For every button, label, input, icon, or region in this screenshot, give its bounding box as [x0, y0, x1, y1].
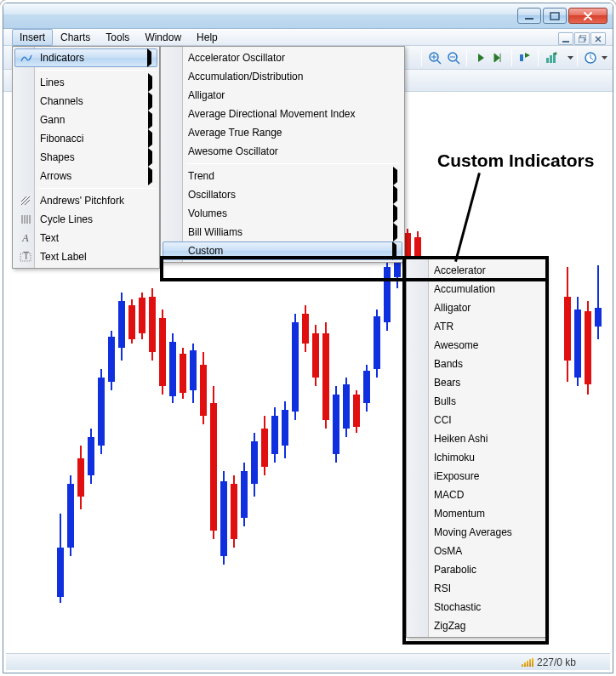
- menu-label: Cycle Lines: [40, 213, 93, 225]
- menu-item-arrows[interactable]: Arrows: [14, 167, 157, 185]
- mdi-restore-button[interactable]: [574, 32, 590, 45]
- menu-help[interactable]: Help: [189, 29, 225, 46]
- svg-rect-10: [550, 55, 552, 63]
- menu-item-alligator[interactable]: Alligator: [163, 86, 402, 105]
- menu-item-text[interactable]: A Text: [14, 229, 157, 247]
- menu-label: Channels: [40, 95, 83, 107]
- pitchfork-icon: [18, 193, 33, 208]
- menu-item-accumulation-distribution[interactable]: Accumulation/Distribution: [163, 67, 402, 86]
- dropdown-arrow-icon[interactable]: [568, 56, 573, 60]
- svg-rect-0: [525, 18, 533, 20]
- menu-item-lines[interactable]: Lines: [14, 73, 157, 92]
- status-bar: 227/0 kb: [6, 653, 610, 670]
- menu-item-volumes[interactable]: Volumes: [163, 204, 402, 223]
- svg-rect-2: [562, 41, 569, 43]
- zoom-in-icon[interactable]: [425, 48, 444, 67]
- menu-label: Accumulation/Distribution: [188, 71, 303, 82]
- menu-label: Average True Range: [188, 127, 282, 139]
- svg-rect-8: [520, 54, 523, 61]
- window-close-button[interactable]: [568, 8, 607, 24]
- menu-label: Accelerator Oscillator: [188, 52, 285, 64]
- menu-label: Custom: [188, 245, 223, 257]
- menu-item-accelerator-oscillator[interactable]: Accelerator Oscillator: [163, 48, 402, 67]
- menu-tools[interactable]: Tools: [98, 29, 137, 46]
- menu-item-fibonacci[interactable]: Fibonacci: [14, 129, 157, 148]
- add-indicator-icon[interactable]: [542, 48, 561, 67]
- submenu-arrow-icon: [147, 52, 151, 64]
- window-titlebar: [3, 3, 613, 29]
- menu-window[interactable]: Window: [137, 29, 189, 46]
- menu-label: Arrows: [40, 170, 71, 182]
- status-kb: 227/0 kb: [537, 656, 576, 668]
- menu-label: Fibonacci: [40, 133, 83, 145]
- mdi-controls: [558, 32, 606, 45]
- window-maximize-button[interactable]: [543, 8, 567, 24]
- dropdown-arrow-icon[interactable]: [602, 56, 607, 60]
- annotation-box-custom-submenu: [402, 256, 549, 645]
- menu-label: Alligator: [188, 89, 225, 101]
- zoom-out-icon[interactable]: [444, 48, 463, 67]
- window-minimize-button[interactable]: [517, 8, 541, 24]
- menu-label: Andrews' Pitchfork: [40, 195, 124, 207]
- text-icon: A: [18, 230, 33, 246]
- menu-insert[interactable]: Insert: [12, 29, 53, 46]
- period-icon[interactable]: [581, 48, 600, 67]
- step-end-icon[interactable]: [489, 48, 508, 67]
- menu-item-channels[interactable]: Channels: [14, 92, 157, 111]
- menu-label: Volumes: [188, 207, 227, 219]
- menu-item-andrews-pitchfork[interactable]: Andrews' Pitchfork: [14, 191, 157, 210]
- menu-item-bill-williams[interactable]: Bill Williams: [163, 223, 402, 241]
- menu-item-gann[interactable]: Gann: [14, 111, 157, 129]
- chart-shift-icon[interactable]: [516, 48, 534, 67]
- mdi-minimize-button[interactable]: [558, 32, 573, 45]
- menu-label: Lines: [40, 77, 65, 88]
- menu-label: Gann: [40, 114, 65, 126]
- menu-item-awesome-oscillator[interactable]: Awesome Oscillator: [163, 142, 402, 161]
- mdi-close-button[interactable]: [590, 32, 606, 45]
- menu-charts[interactable]: Charts: [53, 29, 98, 46]
- menu-item-atr[interactable]: Average True Range: [163, 123, 402, 142]
- menu-label: Text: [40, 232, 59, 244]
- menu-item-indicators[interactable]: Indicators: [14, 48, 157, 67]
- insert-menu-dropdown: Indicators Lines Channels Gann Fibonacci…: [12, 46, 160, 269]
- menu-label: Average Directional Movement Index: [188, 108, 356, 120]
- menu-label: Awesome Oscillator: [188, 145, 278, 157]
- svg-rect-4: [579, 37, 585, 43]
- svg-rect-9: [546, 58, 549, 63]
- app-window: Insert Charts Tools Window Help: [3, 3, 613, 673]
- menu-label: Trend: [188, 170, 214, 182]
- connection-bars-icon: [522, 658, 533, 667]
- menu-item-text-label[interactable]: T Text Label: [14, 247, 157, 266]
- menu-item-cycle-lines[interactable]: Cycle Lines: [14, 210, 157, 229]
- indicators-submenu: Accelerator Oscillator Accumulation/Dist…: [160, 46, 405, 263]
- text-label-icon: T: [18, 249, 33, 264]
- menu-label: Text Label: [40, 251, 87, 263]
- menubar: Insert Charts Tools Window Help: [3, 29, 613, 46]
- menu-label: Bill Williams: [188, 226, 242, 238]
- menu-label: Oscillators: [188, 189, 236, 201]
- svg-rect-1: [550, 13, 559, 20]
- annotation-label: Custom Indicators: [437, 151, 594, 171]
- menu-item-oscillators[interactable]: Oscillators: [163, 185, 402, 204]
- menu-label: Shapes: [40, 151, 75, 163]
- menu-item-shapes[interactable]: Shapes: [14, 148, 157, 167]
- menu-label: Indicators: [40, 52, 84, 64]
- svg-text:T: T: [23, 251, 30, 262]
- step-forward-icon[interactable]: [471, 48, 489, 67]
- menu-item-trend[interactable]: Trend: [163, 167, 402, 185]
- menu-item-adx[interactable]: Average Directional Movement Index: [163, 105, 402, 123]
- cycle-lines-icon: [18, 212, 33, 227]
- indicators-icon: [19, 50, 34, 65]
